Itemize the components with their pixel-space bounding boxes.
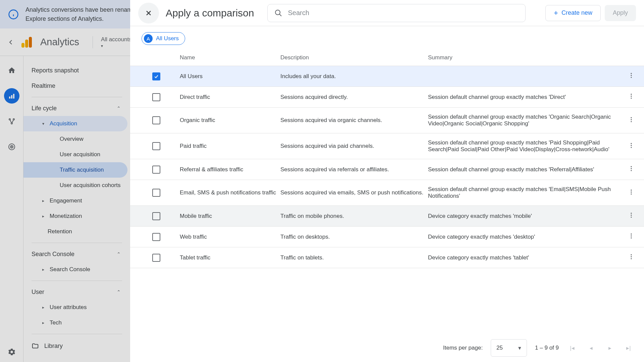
row-checkbox[interactable] [152, 72, 160, 80]
svg-point-42 [631, 237, 632, 238]
svg-point-22 [631, 94, 632, 95]
row-name: Paid traffic [180, 143, 280, 149]
row-more-button[interactable] [621, 93, 641, 101]
row-checkbox[interactable] [152, 189, 160, 197]
comparison-dialog: Apply a comparison + Create new Apply A … [130, 0, 644, 362]
comparison-table: Name Description Summary All UsersInclud… [130, 51, 644, 334]
close-icon [145, 9, 153, 17]
dialog-title: Apply a comparison [166, 7, 254, 19]
row-name: Direct traffic [180, 94, 280, 101]
table-row[interactable]: Tablet trafficTraffic on tablets.Device … [130, 247, 644, 268]
table-row[interactable]: Email, SMS & push notifications trafficS… [130, 180, 644, 206]
row-description: Sessions acquired via organic channels. [280, 117, 428, 124]
svg-point-27 [631, 121, 632, 122]
svg-point-28 [631, 143, 632, 144]
row-checkbox[interactable] [152, 142, 160, 150]
row-checkbox[interactable] [152, 166, 160, 174]
row-more-button[interactable] [621, 253, 641, 262]
table-row[interactable]: Paid trafficSessions acquired via paid c… [130, 133, 644, 159]
svg-point-36 [631, 193, 632, 194]
row-checkbox[interactable] [152, 212, 160, 220]
search-input[interactable] [288, 9, 519, 17]
svg-point-20 [631, 75, 632, 76]
page-next-button[interactable]: ▸ [604, 345, 615, 352]
row-summary: Device category exactly matches 'mobile' [428, 213, 621, 220]
row-description: Sessions acquired via paid channels. [280, 143, 428, 149]
row-name: All Users [180, 73, 280, 80]
row-checkbox[interactable] [152, 233, 160, 241]
table-row[interactable]: Web trafficTraffic on desktops.Device ca… [130, 227, 644, 247]
col-summary: Summary [428, 54, 621, 61]
svg-point-38 [631, 215, 632, 216]
row-more-button[interactable] [621, 116, 641, 125]
svg-point-33 [631, 170, 632, 171]
search-icon [274, 9, 282, 17]
row-name: Referral & affiliates traffic [180, 166, 280, 173]
row-summary: Session default channel group exactly ma… [428, 94, 621, 101]
row-name: Email, SMS & push notifications traffic [180, 189, 280, 196]
svg-point-32 [631, 168, 632, 169]
svg-point-39 [631, 217, 632, 218]
svg-point-37 [631, 213, 632, 214]
table-row[interactable]: All UsersIncludes all your data. [130, 66, 644, 87]
row-more-button[interactable] [621, 165, 641, 174]
items-per-page-select[interactable]: 25 ▾ [491, 339, 527, 357]
svg-point-26 [631, 119, 632, 120]
svg-point-44 [631, 256, 632, 257]
svg-point-35 [631, 191, 632, 192]
table-header: Name Description Summary [130, 51, 644, 66]
row-summary: Device category exactly matches 'tablet' [428, 254, 621, 261]
table-row[interactable]: Organic trafficSessions acquired via org… [130, 108, 644, 133]
row-more-button[interactable] [621, 72, 641, 80]
page-first-button[interactable]: |◂ [567, 345, 578, 352]
row-name: Organic traffic [180, 117, 280, 124]
row-description: Sessions acquired directly. [280, 94, 428, 101]
close-button[interactable] [138, 3, 159, 23]
table-row[interactable]: Direct trafficSessions acquired directly… [130, 87, 644, 108]
svg-point-43 [631, 254, 632, 255]
create-new-button[interactable]: + Create new [545, 5, 601, 21]
svg-point-34 [631, 189, 632, 190]
row-checkbox[interactable] [152, 116, 160, 124]
col-description: Description [280, 54, 428, 61]
row-summary: Session default channel group exactly ma… [428, 186, 621, 199]
row-description: Traffic on mobile phones. [280, 213, 428, 220]
svg-line-18 [279, 14, 281, 16]
plus-icon: + [554, 9, 558, 17]
create-new-label: Create new [561, 9, 592, 16]
row-description: Includes all your data. [280, 73, 428, 80]
row-name: Mobile traffic [180, 213, 280, 220]
row-summary: Session default channel group exactly ma… [428, 166, 621, 173]
svg-point-25 [631, 117, 632, 118]
table-row[interactable]: Mobile trafficTraffic on mobile phones.D… [130, 206, 644, 227]
chip-all-users[interactable]: A All Users [142, 32, 185, 45]
page-last-button[interactable]: ▸| [623, 345, 634, 352]
pagination: Items per page: 25 ▾ 1 – 9 of 9 |◂ ◂ ▸ ▸… [130, 334, 644, 362]
svg-point-45 [631, 258, 632, 259]
svg-point-40 [631, 234, 632, 235]
row-checkbox[interactable] [152, 254, 160, 262]
svg-point-29 [631, 145, 632, 146]
row-description: Sessions acquired via referrals or affil… [280, 166, 428, 173]
chip-row: A All Users [130, 26, 644, 51]
dialog-actions: + Create new Apply [545, 5, 636, 21]
dialog-header: Apply a comparison + Create new Apply [130, 0, 644, 26]
row-more-button[interactable] [621, 189, 641, 197]
svg-point-41 [631, 235, 632, 236]
chip-label: All Users [156, 35, 179, 42]
svg-point-30 [631, 147, 632, 148]
apply-button: Apply [605, 5, 636, 21]
row-more-button[interactable] [621, 142, 641, 150]
row-description: Sessions acquired via emails, SMS or pus… [280, 189, 428, 196]
row-description: Traffic on desktops. [280, 234, 428, 240]
svg-point-23 [631, 96, 632, 97]
search-field[interactable] [267, 4, 526, 22]
page-range: 1 – 9 of 9 [535, 345, 559, 351]
row-checkbox[interactable] [152, 93, 160, 101]
table-row[interactable]: Referral & affiliates trafficSessions ac… [130, 159, 644, 180]
row-more-button[interactable] [621, 233, 641, 241]
page-prev-button[interactable]: ◂ [586, 345, 596, 352]
chevron-down-icon: ▾ [518, 345, 521, 352]
row-name: Web traffic [180, 234, 280, 240]
row-more-button[interactable] [621, 212, 641, 220]
